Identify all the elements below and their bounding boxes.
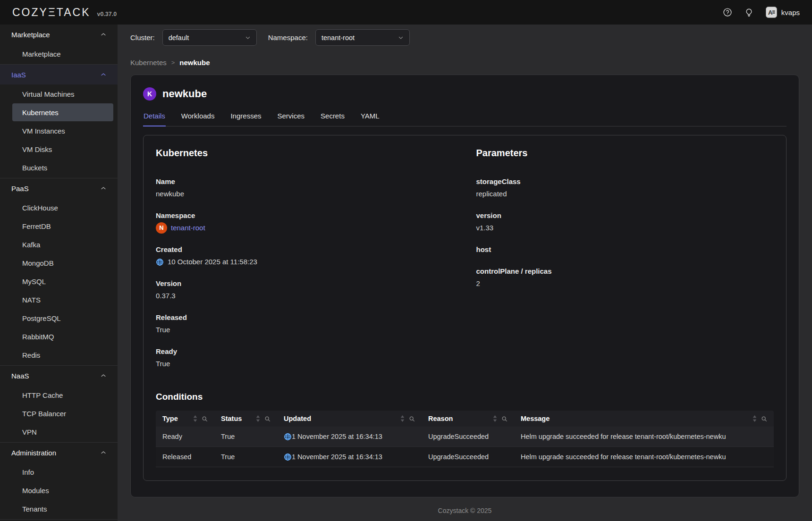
tab-ingresses[interactable]: Ingresses — [230, 107, 262, 126]
field-value: True — [156, 358, 454, 370]
sidebar-item-rabbitmq[interactable]: RabbitMQ — [12, 328, 113, 345]
globe-icon — [156, 258, 164, 266]
sidebar-item-ferretdb[interactable]: FerretDB — [12, 217, 113, 235]
breadcrumb-parent[interactable]: Kubernetes — [130, 59, 167, 67]
field-label: storageClass — [476, 176, 774, 188]
sidebar-item-http-cache[interactable]: HTTP Cache — [12, 386, 113, 404]
breadcrumb-separator: > — [171, 59, 175, 66]
sidebar-item-tcp-balancer[interactable]: TCP Balancer — [12, 404, 113, 422]
user-menu[interactable]: A kvaps — [766, 7, 800, 18]
cell-reason: UpgradeSucceeded — [422, 427, 514, 446]
details-left-fields: NamenewkubeNamespaceNtenant-rootCreated1… — [156, 176, 454, 370]
logo-wrap: COZYΞTACK v0.37.0 — [12, 6, 117, 19]
sidebar-section-header-administration[interactable]: Administration — [0, 443, 118, 462]
sort-icon[interactable] — [493, 415, 497, 422]
column-icons — [251, 415, 271, 422]
sidebar-section-paas: PaaSClickHouseFerretDBKafkaMongoDBMySQLN… — [0, 178, 118, 366]
sidebar-section-items: ClickHouseFerretDBKafkaMongoDBMySQLNATSP… — [0, 199, 118, 364]
namespace-link[interactable]: tenant-root — [171, 222, 205, 234]
sidebar-item-info[interactable]: Info — [12, 463, 113, 481]
field-label: Created — [156, 244, 454, 256]
tab-yaml[interactable]: YAML — [360, 107, 380, 126]
column-header-message: Message — [514, 411, 774, 427]
sidebar-nav: MarketplaceMarketplaceIaaSVirtual Machin… — [0, 25, 118, 521]
search-icon[interactable] — [409, 416, 415, 422]
search-icon[interactable] — [202, 416, 208, 422]
sidebar-section-header-marketplace[interactable]: Marketplace — [0, 25, 118, 44]
field-ready: ReadyTrue — [156, 345, 454, 370]
sidebar-item-postgresql[interactable]: PostgreSQL — [12, 309, 113, 327]
sidebar-section-label: NaaS — [11, 372, 29, 380]
cell-message: Helm upgrade succeeded for release tenan… — [514, 427, 774, 446]
page-title: newkube — [162, 88, 207, 100]
sort-icon[interactable] — [753, 415, 757, 422]
search-icon[interactable] — [264, 416, 271, 422]
sidebar-section-header-naas[interactable]: NaaS — [0, 366, 118, 386]
sidebar-section-label: PaaS — [11, 185, 29, 193]
column-title: Reason — [428, 415, 453, 422]
tab-workloads[interactable]: Workloads — [181, 107, 215, 126]
sidebar-item-vm-instances[interactable]: VM Instances — [12, 122, 113, 140]
details-panel: Kubernetes NamenewkubeNamespaceNtenant-r… — [143, 135, 787, 481]
tab-secrets[interactable]: Secrets — [320, 107, 345, 126]
field-label: Released — [156, 311, 454, 324]
sort-icon[interactable] — [256, 415, 260, 422]
cluster-select[interactable]: default — [162, 29, 257, 46]
sidebar-section-naas: NaaSHTTP CacheTCP BalancerVPN — [0, 366, 118, 443]
field-value: newkube — [156, 188, 454, 200]
sidebar-item-tenants[interactable]: Tenants — [12, 500, 113, 518]
field-label: Ready — [156, 345, 454, 358]
table-row: ReleasedTrue1 November 2025 at 16:34:13U… — [156, 447, 774, 467]
chevron-down-icon — [398, 35, 404, 41]
field-label: version — [476, 210, 774, 222]
tab-services[interactable]: Services — [277, 107, 305, 126]
sidebar-item-mongodb[interactable]: MongoDB — [12, 254, 113, 272]
details-right: Parameters storageClassreplicatedversion… — [476, 148, 774, 379]
app-root: COZYΞTACK v0.37.0 — [0, 0, 812, 521]
sidebar-item-kafka[interactable]: Kafka — [12, 235, 113, 253]
sidebar-item-kubernetes[interactable]: Kubernetes — [12, 103, 113, 121]
sidebar-item-redis[interactable]: Redis — [12, 346, 113, 364]
chevron-up-icon — [101, 373, 106, 378]
sidebar-section-items: Marketplace — [0, 45, 118, 63]
sort-icon[interactable] — [400, 415, 405, 422]
sidebar-section-items: Virtual MachinesKubernetesVM InstancesVM… — [0, 85, 118, 176]
sidebar-section-items: HTTP CacheTCP BalancerVPN — [0, 386, 118, 441]
top-header: COZYΞTACK v0.37.0 — [0, 0, 812, 25]
cell-status: True — [214, 447, 277, 467]
theme-toggle-bulb-icon[interactable] — [744, 8, 753, 17]
sidebar-item-nats[interactable]: NATS — [12, 291, 113, 309]
cluster-filter: Cluster: default — [130, 29, 257, 46]
date-text: 10 October 2025 at 11:58:23 — [168, 256, 257, 268]
page-footer: Cozystack © 2025 — [130, 507, 799, 514]
cluster-label: Cluster: — [130, 34, 155, 42]
help-icon[interactable] — [723, 8, 732, 17]
column-title: Status — [221, 415, 242, 422]
field-label: controlPlane / replicas — [476, 265, 774, 277]
table-row: ReadyTrue1 November 2025 at 16:34:13Upgr… — [156, 427, 774, 447]
conditions-table: TypeStatusUpdatedReasonMessage ReadyTrue… — [156, 411, 774, 467]
breadcrumb-current: newkube — [179, 59, 210, 67]
field-value: 0.37.3 — [156, 290, 454, 302]
sidebar-item-marketplace[interactable]: Marketplace — [12, 45, 113, 63]
sort-icon[interactable] — [193, 415, 197, 422]
sidebar-section-header-paas[interactable]: PaaS — [0, 178, 118, 198]
sidebar-item-vm-disks[interactable]: VM Disks — [12, 140, 113, 158]
cell-reason: UpgradeSucceeded — [422, 447, 514, 467]
sidebar-item-buckets[interactable]: Buckets — [12, 159, 113, 176]
field-label: Version — [156, 277, 454, 290]
cell-type: Ready — [156, 427, 214, 446]
namespace-select[interactable]: tenant-root — [315, 29, 410, 46]
tab-details[interactable]: Details — [143, 107, 166, 126]
column-icons — [188, 415, 208, 422]
search-icon[interactable] — [761, 416, 767, 422]
sidebar-item-virtual-machines[interactable]: Virtual Machines — [12, 85, 113, 103]
sidebar-section-label: IaaS — [11, 71, 26, 79]
chevron-up-icon — [101, 450, 106, 455]
sidebar-item-modules[interactable]: Modules — [12, 481, 113, 499]
sidebar-item-mysql[interactable]: MySQL — [12, 272, 113, 290]
sidebar-item-vpn[interactable]: VPN — [12, 423, 113, 441]
sidebar-item-clickhouse[interactable]: ClickHouse — [12, 199, 113, 217]
search-icon[interactable] — [501, 416, 507, 422]
sidebar-section-header-iaas[interactable]: IaaS — [0, 65, 118, 84]
